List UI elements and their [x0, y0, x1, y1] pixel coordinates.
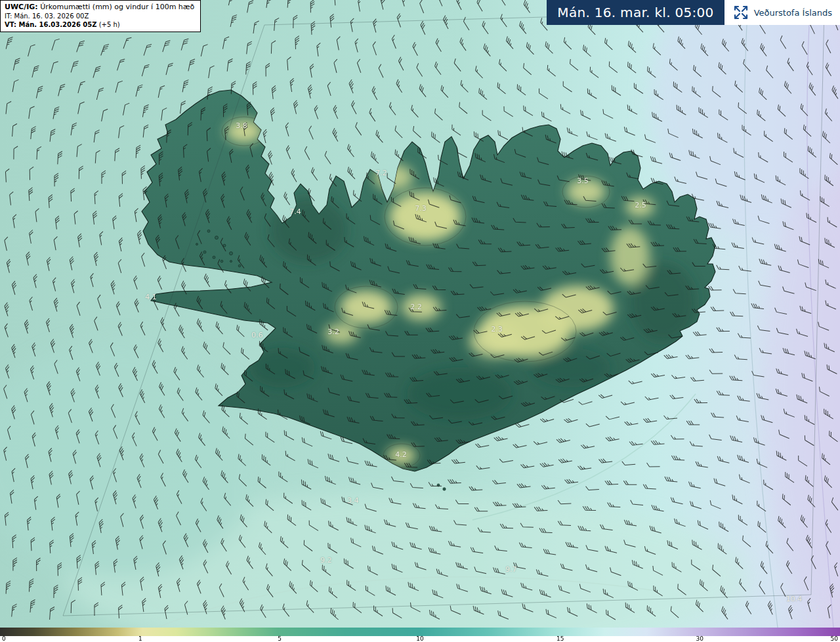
top-bar: Mán. 16. mar. kl. 05:00 Veðurstofa Íslan… — [547, 0, 840, 25]
colorbar-tick: 10 — [416, 636, 423, 642]
datetime-title: Mán. 16. mar. kl. 05:00 — [547, 0, 724, 25]
vedurstofa-logo: Veðurstofa Íslands — [724, 0, 840, 25]
colorbar-tick: 1 — [138, 636, 142, 642]
colorbar-tick: 0 — [2, 636, 6, 642]
vedurstofa-logo-icon — [732, 4, 749, 21]
model-description: Úrkomumætti (mm) og vindur í 100m hæð — [38, 3, 195, 11]
model-label: UWC/IG: — [5, 3, 38, 11]
logo-text: Veðurstofa Íslands — [754, 8, 832, 18]
valid-time-label: VT: Mán. 16.03.2026 05Z — [5, 21, 97, 28]
model-title: UWC/IG: Úrkomumætti (mm) og vindur í 100… — [5, 3, 194, 12]
colorbar-tick: 15 — [556, 636, 564, 642]
weather-map-page: 3.87.27.37.43.52.54.13.22.20.62.34.23.49… — [0, 0, 840, 642]
colorbar-tick: 30 — [696, 636, 704, 642]
colorbar-tick: 50 — [831, 636, 838, 642]
colorbar: 01510153050 — [0, 628, 840, 642]
valid-time-offset: (+5 h) — [97, 21, 120, 28]
colorbar-ticks: 01510153050 — [0, 636, 840, 642]
colorbar-tick: 5 — [278, 636, 282, 642]
init-time: IT: Mán. 16. 03. 2026 00Z — [5, 12, 194, 20]
map-canvas — [0, 0, 840, 628]
forecast-info-box: UWC/IG: Úrkomumætti (mm) og vindur í 100… — [0, 0, 201, 32]
valid-time: VT: Mán. 16.03.2026 05Z (+5 h) — [5, 20, 194, 29]
